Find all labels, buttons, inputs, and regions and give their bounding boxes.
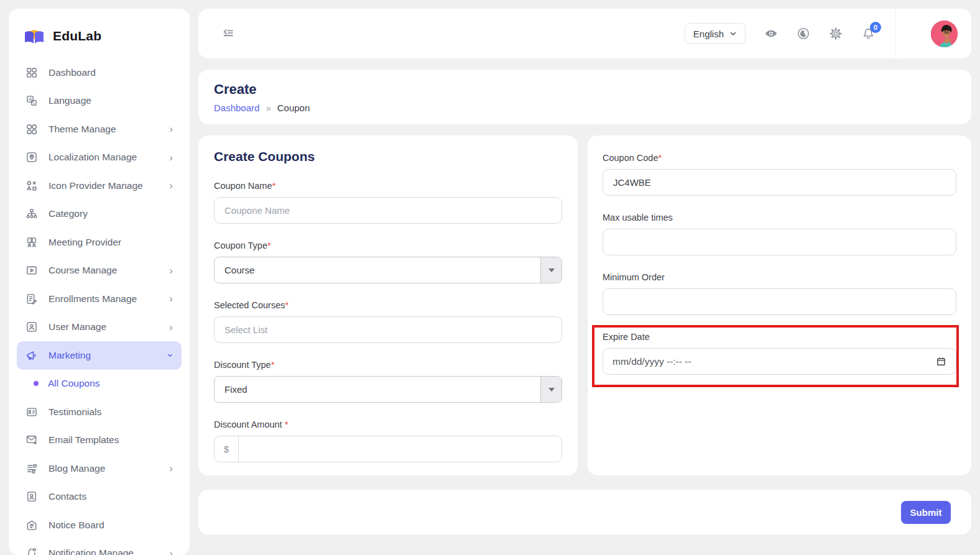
coupon-type-select[interactable]: Course: [214, 257, 562, 283]
coupon-code-input[interactable]: [603, 169, 956, 196]
breadcrumb-dashboard-link[interactable]: Dashboard: [214, 103, 259, 113]
discount-amount-label: Discount Amount *: [214, 420, 562, 429]
discount-type-select[interactable]: Fixed: [214, 376, 562, 403]
sidebar-item-notice-board[interactable]: Notice Board: [17, 511, 182, 539]
sidebar-item-dashboard[interactable]: Dashboard: [17, 58, 182, 87]
grid-icon: [25, 67, 38, 79]
sitemap-icon: [25, 208, 38, 220]
settings-gear-icon[interactable]: [829, 27, 843, 40]
max-usable-times-label: Max usable times: [603, 213, 956, 222]
top-header: English 0: [198, 9, 971, 58]
app-name: EduLab: [53, 29, 101, 44]
video-course-icon: [25, 264, 38, 277]
sidebar-item-language[interactable]: Ax Language: [17, 87, 182, 116]
shapes-icon: [25, 180, 38, 192]
required-asterisk: *: [285, 420, 289, 429]
expire-date-input[interactable]: mm/dd/yyyy --:-- --: [603, 348, 956, 375]
create-coupons-card: Create Coupons Coupon Name* Coupon Type*…: [198, 135, 578, 475]
submit-button[interactable]: Submit: [901, 501, 951, 524]
theme-icon: [25, 123, 38, 135]
sidebar-item-localization-manage[interactable]: Localization Manage ›: [17, 144, 182, 172]
contact-card-icon: [25, 490, 38, 503]
notification-count-badge: 0: [870, 22, 881, 33]
sidebar-item-marketing[interactable]: Marketing ›: [17, 341, 182, 370]
discount-type-label: Discount Type*: [214, 360, 562, 370]
expire-date-label: Expire Date: [603, 332, 956, 342]
bullet-dot-icon: [34, 381, 39, 386]
blog-list-icon: [25, 462, 38, 475]
breadcrumb-card: Create Dashboard » Coupon: [198, 70, 971, 124]
sidebar-item-category[interactable]: Category: [17, 200, 182, 229]
chevron-down-icon: ›: [166, 354, 177, 357]
chevron-right-icon: ›: [169, 180, 173, 191]
select-arrow-icon: [540, 257, 562, 283]
sidebar-nav: Dashboard Ax Language Theme Manage › Loc…: [17, 58, 182, 555]
sidebar-item-enrollments-manage[interactable]: Enrollments Manage ›: [17, 285, 182, 313]
selected-courses-input[interactable]: [214, 316, 562, 343]
sidebar-item-testimonials[interactable]: Testimonials: [17, 398, 182, 426]
required-asterisk: *: [285, 300, 289, 310]
sidebar-item-all-coupons[interactable]: All Coupons: [17, 370, 182, 398]
sidebar-item-notification-manage[interactable]: Notification Manage ›: [17, 539, 182, 555]
edulab-logo-icon: [22, 24, 47, 48]
sidebar-collapse-icon[interactable]: [221, 27, 235, 40]
chevron-right-icon: ›: [169, 152, 173, 163]
sidebar-item-theme-manage[interactable]: Theme Manage ›: [17, 115, 182, 144]
required-asterisk: *: [271, 360, 275, 370]
chevron-right-icon: ›: [169, 124, 173, 134]
select-arrow-icon: [540, 377, 562, 402]
sidebar-item-course-manage[interactable]: Course Manage ›: [17, 257, 182, 285]
sidebar-item-blog-manage[interactable]: Blog Manage ›: [17, 454, 182, 483]
user-avatar[interactable]: [931, 21, 958, 47]
coupon-name-input[interactable]: [214, 197, 562, 224]
notice-board-icon: [25, 519, 38, 531]
chevron-right-icon: ›: [169, 322, 173, 333]
discount-amount-group: $: [214, 436, 562, 462]
sidebar-item-meeting-provider[interactable]: Meeting Provider: [17, 228, 182, 257]
minimum-order-label: Minimum Order: [603, 272, 956, 282]
discount-amount-input[interactable]: [239, 436, 562, 462]
page-title: Create: [214, 81, 956, 98]
eye-icon[interactable]: [764, 27, 778, 40]
sidebar-item-email-templates[interactable]: Email Templates: [17, 426, 182, 455]
sidebar-item-contacts[interactable]: Contacts: [17, 483, 182, 511]
logo[interactable]: EduLab: [17, 9, 182, 58]
sidebar-item-icon-provider-manage[interactable]: Icon Provider Manage ›: [17, 172, 182, 200]
calendar-icon[interactable]: [936, 356, 946, 367]
notification-icon: [25, 547, 38, 555]
dollar-prefix: $: [215, 436, 239, 462]
document-pen-icon: [25, 293, 38, 305]
app-window: EduLab Dashboard Ax Language Theme Manag…: [0, 0, 980, 555]
chevron-right-icon: ›: [169, 463, 173, 474]
coupon-code-label: Coupon Code*: [603, 153, 956, 163]
max-usable-times-input[interactable]: [603, 229, 956, 255]
required-asterisk: *: [272, 181, 276, 191]
minimum-order-input[interactable]: [603, 288, 956, 315]
breadcrumb-separator: »: [266, 103, 270, 113]
coupon-type-label: Coupon Type*: [214, 241, 562, 250]
dark-mode-moon-icon[interactable]: [797, 27, 810, 40]
breadcrumb-current: Coupon: [277, 103, 310, 113]
submit-card: Submit: [198, 490, 971, 534]
mail-plus-icon: [25, 434, 38, 446]
user-icon: [25, 321, 38, 333]
meeting-icon: [25, 236, 38, 249]
chevron-right-icon: ›: [169, 548, 173, 555]
svg-text:x: x: [33, 101, 35, 105]
language-selector[interactable]: English: [685, 23, 746, 44]
notifications-bell-icon[interactable]: 0: [861, 27, 876, 41]
sidebar: EduLab Dashboard Ax Language Theme Manag…: [9, 9, 190, 555]
chevron-down-icon: [729, 30, 737, 37]
coupon-name-label: Coupon Name*: [214, 181, 562, 191]
breadcrumb: Dashboard » Coupon: [214, 103, 956, 113]
translate-icon: Ax: [25, 94, 38, 107]
selected-courses-label: Selected Courses*: [214, 300, 562, 310]
divider: [895, 9, 896, 58]
sidebar-item-user-manage[interactable]: User Manage ›: [17, 313, 182, 342]
chevron-right-icon: ›: [169, 293, 173, 304]
id-card-icon: [25, 406, 38, 418]
chevron-right-icon: ›: [169, 265, 173, 276]
required-asterisk: *: [267, 241, 271, 250]
coupon-settings-card: Coupon Code* Max usable times Minimum Or…: [588, 135, 971, 475]
megaphone-icon: [25, 349, 38, 362]
